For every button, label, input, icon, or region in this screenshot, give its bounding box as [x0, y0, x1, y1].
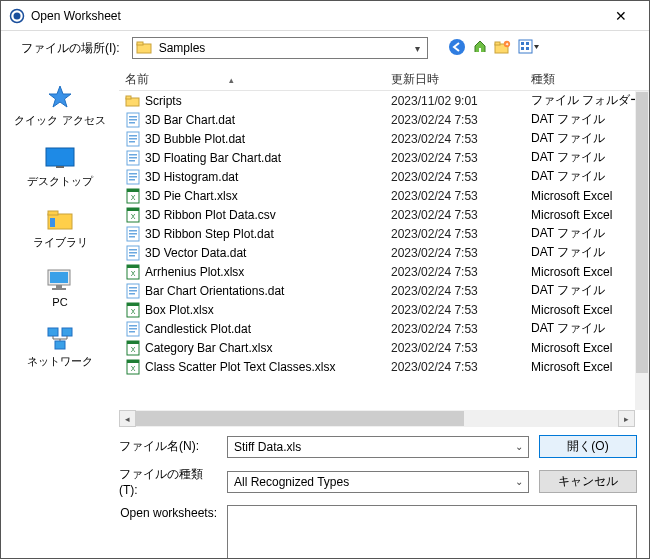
file-name: Candlestick Plot.dat: [145, 322, 391, 336]
place-network[interactable]: ネットワーク: [1, 320, 119, 375]
file-date: 2023/02/24 7:53: [391, 189, 531, 203]
chevron-down-icon: ⌄: [510, 441, 528, 452]
file-row[interactable]: XClass Scatter Plot Text Classes.xlsx202…: [119, 357, 649, 376]
svg-rect-66: [127, 303, 139, 306]
file-row[interactable]: Bar Chart Orientations.dat2023/02/24 7:5…: [119, 281, 649, 300]
place-desktop[interactable]: デスクトップ: [1, 140, 119, 195]
svg-rect-9: [519, 40, 532, 53]
file-row[interactable]: XCategory Bar Chart.xlsx2023/02/24 7:53M…: [119, 338, 649, 357]
scroll-left-icon[interactable]: ◂: [119, 410, 136, 427]
location-combo[interactable]: Samples ▾: [132, 37, 428, 59]
svg-rect-11: [526, 42, 529, 45]
open-button[interactable]: 開く(O): [539, 435, 637, 458]
file-name: Class Scatter Plot Text Classes.xlsx: [145, 360, 391, 374]
file-row[interactable]: XArrhenius Plot.xlsx2023/02/24 7:53Micro…: [119, 262, 649, 281]
filename-label: ファイル名(N):: [119, 438, 217, 455]
file-date: 2023/02/24 7:53: [391, 341, 531, 355]
places-bar: クイック アクセス デスクトップ ライブラリ PC ネットワーク: [1, 69, 119, 427]
file-list: 名前▴ 更新日時 種類 Scripts2023/11/02 9:01ファイル フ…: [119, 69, 649, 427]
file-row[interactable]: 3D Bar Chart.dat2023/02/24 7:53DAT ファイル: [119, 110, 649, 129]
svg-rect-20: [50, 272, 68, 283]
svg-rect-35: [129, 141, 135, 143]
file-row[interactable]: X3D Pie Chart.xlsx2023/02/24 7:53Microso…: [119, 186, 649, 205]
libraries-icon: [43, 205, 77, 233]
svg-rect-42: [129, 176, 137, 178]
svg-rect-18: [50, 218, 55, 227]
file-date: 2023/02/24 7:53: [391, 360, 531, 374]
filetype-combo[interactable]: All Recognized Types ⌄: [227, 471, 529, 493]
file-date: 2023/02/24 7:53: [391, 284, 531, 298]
column-header-date[interactable]: 更新日時: [391, 71, 531, 88]
file-row[interactable]: 3D Histogram.dat2023/02/24 7:53DAT ファイル: [119, 167, 649, 186]
scroll-thumb[interactable]: [636, 92, 648, 373]
svg-rect-31: [129, 122, 135, 124]
location-text: Samples: [155, 41, 409, 55]
new-folder-icon[interactable]: ✦: [494, 39, 512, 58]
svg-rect-38: [129, 157, 137, 159]
file-row[interactable]: 3D Vector Data.dat2023/02/24 7:53DAT ファイ…: [119, 243, 649, 262]
file-row[interactable]: Candlestick Plot.dat2023/02/24 7:53DAT フ…: [119, 319, 649, 338]
svg-rect-48: [127, 208, 139, 211]
svg-rect-51: [129, 230, 137, 232]
horizontal-scrollbar[interactable]: ◂ ▸: [119, 410, 635, 427]
svg-rect-39: [129, 160, 135, 162]
svg-rect-53: [129, 236, 135, 238]
file-type: ファイル フォルダー: [531, 92, 649, 109]
file-date: 2023/02/24 7:53: [391, 246, 531, 260]
svg-rect-23: [48, 328, 58, 336]
pc-icon: [43, 266, 77, 294]
open-worksheets-list[interactable]: [227, 505, 637, 559]
up-one-level-icon[interactable]: [472, 39, 488, 58]
view-menu-icon[interactable]: [518, 39, 540, 58]
file-type: DAT ファイル: [531, 244, 649, 261]
scroll-thumb[interactable]: [136, 411, 464, 426]
svg-rect-15: [56, 166, 64, 168]
dat-file-icon: [125, 283, 141, 299]
filetype-label: ファイルの種類(T):: [119, 466, 217, 497]
place-label: クイック アクセス: [14, 113, 105, 128]
svg-point-1: [14, 12, 21, 19]
svg-rect-52: [129, 233, 137, 235]
scroll-track[interactable]: [136, 410, 618, 427]
xls-file-icon: X: [125, 264, 141, 280]
svg-rect-69: [129, 325, 137, 327]
file-name: Scripts: [145, 94, 391, 108]
file-row[interactable]: X3D Ribbon Plot Data.csv2023/02/24 7:53M…: [119, 205, 649, 224]
file-name: 3D Pie Chart.xlsx: [145, 189, 391, 203]
place-libraries[interactable]: ライブラリ: [1, 201, 119, 256]
filename-input[interactable]: Stiff Data.xls ⌄: [227, 436, 529, 458]
file-row[interactable]: 3D Ribbon Step Plot.dat2023/02/24 7:53DA…: [119, 224, 649, 243]
dat-file-icon: [125, 169, 141, 185]
svg-point-4: [449, 39, 465, 55]
svg-rect-21: [56, 285, 62, 288]
scroll-right-icon[interactable]: ▸: [618, 410, 635, 427]
place-quick-access[interactable]: クイック アクセス: [1, 79, 119, 134]
file-type: DAT ファイル: [531, 149, 649, 166]
file-type: Microsoft Excel: [531, 208, 649, 222]
file-name: Arrhenius Plot.xlsx: [145, 265, 391, 279]
place-pc[interactable]: PC: [1, 262, 119, 314]
file-type: DAT ファイル: [531, 320, 649, 337]
cancel-button[interactable]: キャンセル: [539, 470, 637, 493]
file-date: 2023/02/24 7:53: [391, 170, 531, 184]
file-row[interactable]: 3D Floating Bar Chart.dat2023/02/24 7:53…: [119, 148, 649, 167]
desktop-icon: [43, 144, 77, 172]
svg-rect-12: [521, 47, 524, 50]
file-date: 2023/02/24 7:53: [391, 303, 531, 317]
column-header-name[interactable]: 名前▴: [125, 71, 391, 88]
filetype-value: All Recognized Types: [228, 473, 510, 491]
svg-rect-3: [137, 42, 143, 45]
file-row[interactable]: XBox Plot.xlsx2023/02/24 7:53Microsoft E…: [119, 300, 649, 319]
file-name: 3D Bubble Plot.dat: [145, 132, 391, 146]
close-button[interactable]: ✕: [601, 8, 641, 24]
svg-rect-76: [127, 360, 139, 363]
vertical-scrollbar[interactable]: [635, 91, 649, 410]
svg-rect-37: [129, 154, 137, 156]
file-row[interactable]: 3D Bubble Plot.dat2023/02/24 7:53DAT ファイ…: [119, 129, 649, 148]
file-date: 2023/02/24 7:53: [391, 265, 531, 279]
back-icon[interactable]: [448, 38, 466, 59]
place-label: ライブラリ: [33, 235, 88, 250]
folder-icon: [136, 40, 152, 57]
column-header-type[interactable]: 種類: [531, 71, 649, 88]
file-row[interactable]: Scripts2023/11/02 9:01ファイル フォルダー: [119, 91, 649, 110]
